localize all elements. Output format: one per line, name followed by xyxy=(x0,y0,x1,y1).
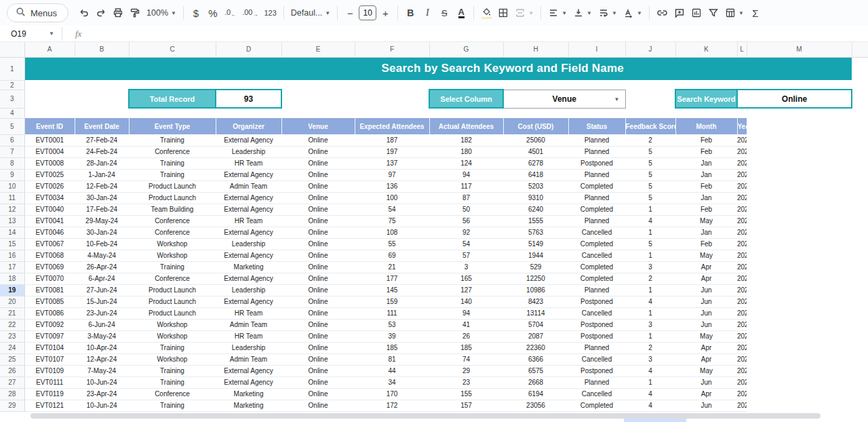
cell-r22-c1[interactable]: EVT0092 xyxy=(24,319,75,330)
cell-r13-c5[interactable]: Online xyxy=(281,215,355,227)
cell-r17-c6[interactable]: 21 xyxy=(355,261,429,273)
cell-A3[interactable] xyxy=(24,90,75,108)
row-header-6[interactable]: 6 xyxy=(0,134,24,146)
cell-r27-c7[interactable]: 23 xyxy=(429,377,503,388)
cell-r21-c8[interactable]: 13114 xyxy=(503,307,568,319)
redo-button[interactable] xyxy=(93,4,109,22)
cell-r6-c5[interactable]: Online xyxy=(281,134,355,146)
cell-r19-c6[interactable]: 145 xyxy=(355,284,429,296)
cell-r25-c11[interactable]: Apr xyxy=(675,353,737,365)
cell-r27-c3[interactable]: Training xyxy=(129,377,216,388)
cell-r20-c12[interactable]: 2024 xyxy=(737,296,747,307)
cell-r9-c1[interactable]: EVT0025 xyxy=(24,169,75,180)
cell-r9-c11[interactable]: Jan xyxy=(675,169,737,180)
row-header-16[interactable]: 16 xyxy=(0,250,24,261)
cell-r11-c6[interactable]: 100 xyxy=(355,192,429,204)
cell-r12-c10[interactable]: 1 xyxy=(625,204,675,215)
strikethrough-button[interactable]: S xyxy=(436,4,452,22)
cell-r26-c10[interactable]: 4 xyxy=(625,365,675,377)
undo-button[interactable] xyxy=(76,4,92,22)
text-color-button[interactable]: A xyxy=(453,4,469,22)
cell-r18-c11[interactable]: Apr xyxy=(675,273,737,284)
functions-button[interactable]: Σ xyxy=(747,4,764,22)
cell-r13-c10[interactable]: 4 xyxy=(625,215,675,227)
cell-r29-c8[interactable]: 23056 xyxy=(503,400,568,411)
cell-r23-c12[interactable]: 2024 xyxy=(737,330,747,342)
cell-r11-c3[interactable]: Product Launch xyxy=(129,192,216,204)
cell-r18-c6[interactable]: 177 xyxy=(355,273,429,284)
cell-r24-c9[interactable]: Planned xyxy=(568,342,625,353)
cell-r23-c2[interactable]: 3-May-24 xyxy=(75,330,129,342)
row-header-24[interactable]: 24 xyxy=(0,342,24,353)
cell-r16-c2[interactable]: 4-May-24 xyxy=(75,250,129,261)
cell-r29-c12[interactable]: 2024 xyxy=(737,400,747,411)
column-header-G[interactable]: G xyxy=(429,42,503,57)
cell-r24-c5[interactable]: Online xyxy=(281,342,355,353)
cell-r15-c12[interactable]: 2024 xyxy=(737,238,747,250)
cell-r15-c1[interactable]: EVT0067 xyxy=(24,238,75,250)
cell-r7-c6[interactable]: 197 xyxy=(355,146,429,157)
bold-button[interactable]: B xyxy=(402,4,418,22)
cell-r14-c12[interactable]: 2024 xyxy=(737,227,747,238)
cell-r14-c4[interactable]: External Agency xyxy=(216,227,281,238)
cell-r21-c2[interactable]: 23-Jun-24 xyxy=(75,307,129,319)
column-header-F[interactable]: F xyxy=(355,42,429,57)
cell-r28-c7[interactable]: 155 xyxy=(429,388,503,400)
cell-r10-c7[interactable]: 117 xyxy=(429,180,503,192)
cell-r9-c3[interactable]: Training xyxy=(129,169,216,180)
cell-r25-c4[interactable]: Admin Team xyxy=(216,353,281,365)
borders-button[interactable] xyxy=(495,4,511,22)
column-header-D[interactable]: D xyxy=(216,42,281,57)
cell-r15-c3[interactable]: Workshop xyxy=(129,238,216,250)
cell-r18-c10[interactable]: 2 xyxy=(625,273,675,284)
cell-r15-c4[interactable]: Leadership xyxy=(216,238,281,250)
cell-r7-c1[interactable]: EVT0004 xyxy=(24,146,75,157)
cell-r7-c8[interactable]: 4501 xyxy=(503,146,568,157)
cell-r22-c9[interactable]: Postponed xyxy=(568,319,625,330)
cell-r13-c4[interactable]: HR Team xyxy=(216,215,281,227)
format-percent-button[interactable]: % xyxy=(205,4,221,22)
cell-r11-c8[interactable]: 9310 xyxy=(503,192,568,204)
cell-r24-c3[interactable]: Training xyxy=(129,342,216,353)
cell-r25-c5[interactable]: Online xyxy=(281,353,355,365)
row-header-5[interactable]: 5 xyxy=(0,118,24,134)
cell-r27-c10[interactable]: 1 xyxy=(625,377,675,388)
cell-r21-c12[interactable]: 2024 xyxy=(737,307,747,319)
cell-r11-c10[interactable]: 5 xyxy=(625,192,675,204)
cell-r20-c2[interactable]: 15-Jun-24 xyxy=(75,296,129,307)
cell-r6-c3[interactable]: Training xyxy=(129,134,216,146)
cell-r15-c11[interactable]: Feb xyxy=(675,238,737,250)
cell-r9-c2[interactable]: 1-Jan-24 xyxy=(75,169,129,180)
cell-F3[interactable] xyxy=(355,90,429,108)
cell-r17-c8[interactable]: 529 xyxy=(503,261,568,273)
cell-r13-c2[interactable]: 29-May-24 xyxy=(75,215,129,227)
column-header-C[interactable]: C xyxy=(129,42,216,57)
cell-r27-c11[interactable]: Jun xyxy=(675,377,737,388)
cell-r22-c2[interactable]: 6-Jun-24 xyxy=(75,319,129,330)
cell-r25-c3[interactable]: Workshop xyxy=(129,353,216,365)
cell-r8-c8[interactable]: 6278 xyxy=(503,157,568,169)
row-header-4[interactable]: 4 xyxy=(0,108,24,118)
cell-r25-c7[interactable]: 74 xyxy=(429,353,503,365)
cell-r7-c11[interactable]: Feb xyxy=(675,146,737,157)
row-header-20[interactable]: 20 xyxy=(0,296,24,307)
cell-r20-c11[interactable]: Jun xyxy=(675,296,737,307)
cell-r6-c4[interactable]: External Agency xyxy=(216,134,281,146)
cell-r19-c2[interactable]: 27-Jun-24 xyxy=(75,284,129,296)
cell-r27-c2[interactable]: 10-Jun-24 xyxy=(75,377,129,388)
cell-r25-c12[interactable]: 2024 xyxy=(737,353,747,365)
column-header-L[interactable]: L xyxy=(737,42,747,57)
cell-r28-c3[interactable]: Conference xyxy=(129,388,216,400)
cell-r13-c7[interactable]: 56 xyxy=(429,215,503,227)
cell-r20-c9[interactable]: Postponed xyxy=(568,296,625,307)
cell-r28-c12[interactable]: 2024 xyxy=(737,388,747,400)
cell-r17-c4[interactable]: Marketing xyxy=(216,261,281,273)
cell-r19-c9[interactable]: Planned xyxy=(568,284,625,296)
cell-r15-c10[interactable]: 5 xyxy=(625,238,675,250)
cell-r6-c7[interactable]: 182 xyxy=(429,134,503,146)
cell-r23-c4[interactable]: HR Team xyxy=(216,330,281,342)
cell-r21-c11[interactable]: Jun xyxy=(675,307,737,319)
cell-r23-c9[interactable]: Postponed xyxy=(568,330,625,342)
cell-r6-c1[interactable]: EVT0001 xyxy=(24,134,75,146)
cell-r21-c7[interactable]: 94 xyxy=(429,307,503,319)
